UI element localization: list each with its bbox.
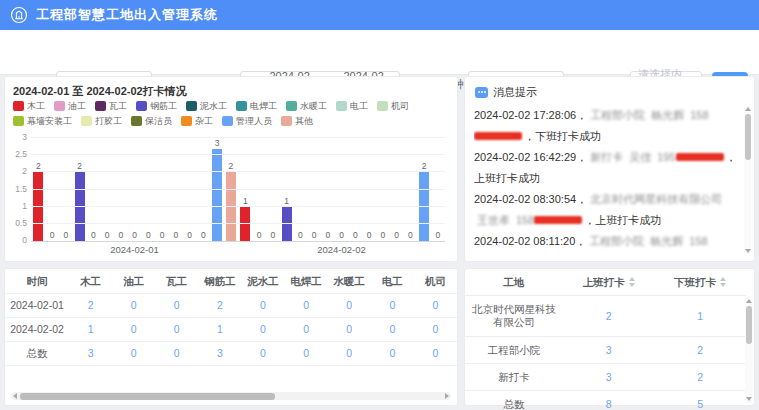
count-link[interactable]: 0 — [112, 297, 155, 314]
count-link[interactable]: 3 — [69, 345, 112, 362]
legend-item[interactable]: 保洁员 — [131, 115, 172, 127]
count-link[interactable]: 0 — [414, 321, 457, 338]
bar[interactable] — [212, 149, 222, 241]
legend-item[interactable]: 电焊工 — [236, 100, 277, 112]
sort-asc-icon[interactable] — [629, 277, 635, 281]
bar[interactable] — [419, 172, 429, 241]
count-link[interactable]: 0 — [414, 297, 457, 314]
count-link[interactable]: 3 — [563, 342, 655, 359]
legend-label: 水暖工 — [300, 100, 327, 112]
legend-item[interactable]: 泥水工 — [186, 100, 227, 112]
legend-item[interactable]: 其他 — [281, 115, 313, 127]
legend-item[interactable]: 瓦工 — [95, 100, 127, 112]
legend-swatch-icon — [95, 101, 106, 111]
scrollbar-thumb[interactable] — [20, 393, 275, 400]
bar-value-label: 2 — [422, 161, 427, 171]
legend-item[interactable]: 钢筋工 — [136, 100, 177, 112]
count-link[interactable]: 0 — [241, 345, 284, 362]
legend-item[interactable]: 杂工 — [181, 115, 213, 127]
scroll-up-icon[interactable] — [746, 299, 752, 303]
count-link[interactable]: 2 — [198, 297, 241, 314]
message-scrollbar[interactable] — [744, 105, 751, 255]
legend-item[interactable]: 木工 — [13, 100, 45, 112]
legend-item[interactable]: 水暖工 — [286, 100, 327, 112]
legend-label: 幕墙安装工 — [27, 115, 72, 127]
count-link[interactable]: 1 — [655, 308, 747, 325]
column-header-label: 电工 — [382, 275, 403, 288]
bar[interactable] — [226, 172, 236, 241]
scroll-down-icon[interactable] — [745, 249, 751, 253]
scroll-left-icon[interactable] — [13, 393, 17, 399]
count-link[interactable]: 1 — [198, 321, 241, 338]
scroll-up-icon[interactable] — [745, 107, 751, 111]
scroll-down-icon[interactable] — [746, 397, 752, 401]
legend-swatch-icon — [54, 101, 65, 111]
legend-swatch-icon — [336, 101, 347, 111]
count-link[interactable]: 0 — [285, 321, 328, 338]
message-time: 2024-02-02 16:42:29， — [474, 151, 587, 163]
count-link[interactable]: 2 — [655, 369, 747, 386]
bar-value-label: 0 — [435, 230, 440, 240]
table-row: 新打卡32 — [465, 364, 746, 391]
count-link[interactable]: 0 — [241, 321, 284, 338]
sort-desc-icon[interactable] — [629, 283, 635, 287]
count-link[interactable]: 0 — [285, 345, 328, 362]
bar-value-label: 2 — [228, 161, 233, 171]
sort-asc-icon[interactable] — [720, 277, 726, 281]
scroll-right-icon[interactable] — [445, 393, 449, 399]
count-link[interactable]: 2 — [69, 297, 112, 314]
sort-desc-icon[interactable] — [720, 283, 726, 287]
sort-icon[interactable] — [629, 277, 635, 287]
legend-item[interactable]: 电工 — [336, 100, 368, 112]
count-link[interactable]: 0 — [371, 345, 414, 362]
count-link[interactable]: 0 — [371, 321, 414, 338]
bar-value-label: 1 — [243, 196, 248, 206]
column-header-label: 电焊工 — [290, 275, 322, 288]
y-axis-tick: 2 — [9, 166, 27, 176]
count-link[interactable]: 0 — [414, 345, 457, 362]
bar-value-label: 0 — [380, 230, 385, 240]
legend-item[interactable]: 幕墙安装工 — [13, 115, 72, 127]
legend-label: 瓦工 — [109, 100, 127, 112]
legend-item[interactable]: 管理人员 — [222, 115, 272, 127]
message-list: 2024-02-02 17:28:06，工程部小院杨光辉158，下班打卡成功20… — [474, 105, 738, 255]
gridline — [31, 154, 445, 155]
bar-value-label: 0 — [146, 230, 151, 240]
column-header: 时间 — [5, 273, 69, 290]
count-link[interactable]: 3 — [563, 369, 655, 386]
count-link[interactable]: 0 — [112, 321, 155, 338]
legend-item[interactable]: 油工 — [54, 100, 86, 112]
count-link[interactable]: 0 — [371, 297, 414, 314]
count-link[interactable]: 2 — [563, 308, 655, 325]
count-link[interactable]: 0 — [112, 345, 155, 362]
scrollbar-thumb[interactable] — [745, 114, 751, 160]
count-link[interactable]: 5 — [655, 396, 747, 410]
legend-label: 电工 — [350, 100, 368, 112]
bar-value-label: 0 — [257, 230, 262, 240]
count-link[interactable]: 2 — [655, 342, 747, 359]
site-table-scrollbar[interactable] — [745, 297, 752, 403]
app-title: 工程部智慧工地出入管理系统 — [36, 6, 218, 24]
scrollbar-thumb[interactable] — [746, 306, 752, 344]
count-link[interactable]: 0 — [328, 345, 371, 362]
count-link[interactable]: 8 — [563, 396, 655, 410]
worktype-table-hscrollbar[interactable] — [11, 392, 451, 400]
count-link[interactable]: 0 — [155, 321, 198, 338]
message-phone-prefix: 158 — [690, 109, 708, 121]
column-header-label: 时间 — [27, 275, 48, 288]
y-axis-tick: 0.5 — [9, 218, 27, 228]
bar[interactable] — [33, 172, 43, 241]
count-link[interactable]: 0 — [155, 297, 198, 314]
sort-icon[interactable] — [720, 277, 726, 287]
legend-item[interactable]: 机司 — [377, 100, 409, 112]
column-header: 木工 — [69, 273, 112, 290]
count-link[interactable]: 3 — [198, 345, 241, 362]
count-link[interactable]: 1 — [69, 321, 112, 338]
count-link[interactable]: 0 — [328, 321, 371, 338]
count-link[interactable]: 0 — [328, 297, 371, 314]
count-link[interactable]: 0 — [285, 297, 328, 314]
count-link[interactable]: 0 — [241, 297, 284, 314]
count-link[interactable]: 0 — [155, 345, 198, 362]
legend-item[interactable]: 打胶工 — [81, 115, 122, 127]
bar[interactable] — [75, 172, 85, 241]
